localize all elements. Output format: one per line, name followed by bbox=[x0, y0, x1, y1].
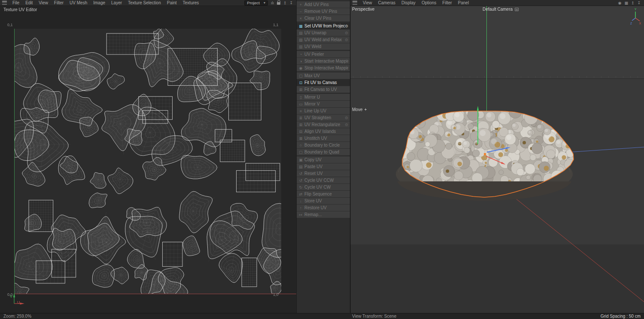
menu-item-texture-selection[interactable]: Texture Selection bbox=[125, 0, 164, 6]
reset-uv-icon: ↺ bbox=[298, 172, 303, 176]
menu-item-textures[interactable]: Textures bbox=[180, 0, 202, 6]
uv-command-group: ▯Mirror U▭Mirror V≡Line Up UV≣UV Straigh… bbox=[297, 94, 350, 155]
viewport-toolbar: ◉▦↥↧ bbox=[618, 0, 644, 6]
cmd-copy-uv[interactable]: ▣Copy UV bbox=[297, 156, 350, 163]
layout-icon[interactable]: ▦ bbox=[624, 0, 628, 6]
viewport-menu-item-panel[interactable]: Panel bbox=[455, 0, 472, 6]
cmd-cycle-uv-ccw[interactable]: ↺Cycle UV CCW bbox=[297, 177, 350, 184]
cmd-paste-uv[interactable]: ▤Paste UV bbox=[297, 163, 350, 170]
viewport-canvas[interactable] bbox=[350, 6, 644, 313]
cmd-uv-peeler[interactable]: ◔UV Peeler bbox=[297, 51, 350, 57]
uv-weld-and-relax-settings-gear-icon[interactable]: ⚙ bbox=[345, 38, 348, 42]
panel-popin-icon[interactable]: ↧ bbox=[289, 0, 293, 6]
command-label: Line Up UV bbox=[304, 108, 348, 113]
command-label: Copy UV bbox=[304, 157, 348, 162]
cmd-start-interactive-mapping[interactable]: ◑Start Interactive Mapping bbox=[297, 58, 350, 64]
cmd-uv-weld[interactable]: ▥UV Weld bbox=[297, 43, 350, 50]
command-label: Stop Interactive Mapping bbox=[304, 66, 348, 70]
axis-orientation-gizmo[interactable]: Y X Z bbox=[629, 6, 642, 25]
menu-item-filter[interactable]: Filter bbox=[51, 0, 67, 6]
menu-item-uv-mesh[interactable]: UV Mesh bbox=[67, 0, 90, 6]
viewport-menu-item-filter[interactable]: Filter bbox=[439, 0, 455, 6]
store-uv-icon: ↓ bbox=[298, 199, 303, 203]
menu-item-view[interactable]: View bbox=[36, 0, 51, 6]
uv-command-group: ▢Max UV⊡Fit UV to Canvas⊞Fit Canvas to U… bbox=[297, 72, 350, 93]
cmd-flip-sequence[interactable]: ⇄Flip Sequence bbox=[297, 191, 350, 197]
render-view-icon[interactable]: ◉ bbox=[618, 0, 622, 6]
chart-icon[interactable]: ılı bbox=[271, 0, 274, 6]
menu-item-image[interactable]: Image bbox=[90, 0, 108, 6]
command-label: UV Weld bbox=[304, 44, 348, 49]
menu-item-file[interactable]: File bbox=[9, 0, 22, 6]
uv-straighten-icon: ≣ bbox=[298, 116, 303, 120]
tool-name: Move bbox=[352, 107, 362, 112]
menu-item-paint[interactable]: Paint bbox=[164, 0, 180, 6]
cmd-uv-unwrap[interactable]: ▤UV Unwrap⚙ bbox=[297, 30, 350, 36]
project-dropdown[interactable]: Project ▾ bbox=[244, 0, 268, 6]
uv-unwrap-settings-gear-icon[interactable]: ⚙ bbox=[345, 31, 348, 35]
panel-popout-icon[interactable]: ↥ bbox=[283, 0, 287, 6]
panel-popin-icon[interactable]: ↧ bbox=[637, 0, 641, 6]
hamburger-icon[interactable] bbox=[2, 1, 7, 5]
set-uvw-from-projection-settings-gear-icon[interactable]: ⚙ bbox=[345, 24, 348, 28]
cmd-boundary-to-circle[interactable]: ○Boundary to Circle bbox=[297, 142, 350, 148]
cmd-clear-uv-pins[interactable]: ×Clear UV Pins bbox=[297, 15, 350, 21]
cmd-align-uv-islands[interactable]: ⊟Align UV Islands bbox=[297, 128, 350, 135]
cmd-uv-straighten[interactable]: ≣UV Straighten⚙ bbox=[297, 114, 350, 121]
cmd-uv-weld-and-relax[interactable]: ▧UV Weld and Relax⚙ bbox=[297, 36, 350, 43]
cmd-line-up-uv[interactable]: ≡Line Up UV bbox=[297, 108, 350, 114]
cmd-fit-canvas-to-uv[interactable]: ⊞Fit Canvas to UV bbox=[297, 86, 350, 93]
remap-icon: ↦ bbox=[298, 213, 303, 217]
cmd-cycle-uv-cw[interactable]: ↻Cycle UV CW bbox=[297, 184, 350, 190]
hamburger-icon[interactable] bbox=[352, 1, 357, 5]
cmd-remap[interactable]: ↦Remap... bbox=[297, 211, 350, 218]
set-uvw-from-projection-icon: ▦ bbox=[298, 24, 303, 28]
viewport-menu-item-options[interactable]: Options bbox=[419, 0, 439, 6]
cmd-mirror-u[interactable]: ▯Mirror U bbox=[297, 94, 350, 100]
chevron-down-icon: ▾ bbox=[264, 1, 265, 5]
cmd-remove-uv-pins[interactable]: −Remove UV Pins bbox=[297, 8, 350, 15]
camera-menu-icon[interactable] bbox=[515, 8, 519, 11]
viewport-menu-item-display[interactable]: Display bbox=[398, 0, 419, 6]
fit-uv-to-canvas-icon: ⊡ bbox=[298, 81, 303, 85]
cmd-store-uv[interactable]: ↓Store UV bbox=[297, 198, 350, 204]
fit-canvas-to-uv-icon: ⊞ bbox=[298, 87, 303, 92]
cmd-boundary-to-quad[interactable]: ▢Boundary to Quad bbox=[297, 149, 350, 155]
menu-item-edit[interactable]: Edit bbox=[22, 0, 36, 6]
zoom-status: Zoom: 259.0% bbox=[3, 313, 31, 319]
uv-command-panel: +Add UV Pins−Remove UV Pins×Clear UV Pin… bbox=[296, 0, 350, 313]
cycle-uv-cw-icon: ↻ bbox=[298, 185, 303, 190]
panel-popout-icon[interactable]: ↥ bbox=[631, 0, 635, 6]
cmd-uv-rectangularize[interactable]: ⊞UV Rectangularize⚙ bbox=[297, 121, 350, 128]
cmd-max-uv[interactable]: ▢Max UV bbox=[297, 72, 350, 79]
uv-straighten-settings-gear-icon[interactable]: ⚙ bbox=[345, 116, 348, 120]
command-label: Flip Sequence bbox=[304, 192, 348, 196]
default-camera-label[interactable]: Default Camera bbox=[483, 7, 519, 12]
cmd-unstitch-uv[interactable]: ⊠Unstitch UV bbox=[297, 135, 350, 141]
command-label: Fit Canvas to UV bbox=[304, 87, 348, 92]
cmd-add-uv-pins[interactable]: +Add UV Pins bbox=[297, 1, 350, 8]
cmd-reset-uv[interactable]: ↺Reset UV bbox=[297, 170, 350, 177]
command-label: UV Straighten bbox=[304, 115, 345, 120]
boundary-to-quad-icon: ▢ bbox=[298, 150, 303, 154]
align-uv-islands-icon: ⊟ bbox=[298, 129, 303, 134]
paste-uv-icon: ▤ bbox=[298, 165, 303, 169]
uv-rectangularize-settings-gear-icon[interactable]: ⚙ bbox=[345, 123, 348, 127]
uv-editor-menubar: FileEditViewFilterUV MeshImageLayerTextu… bbox=[0, 0, 296, 6]
viewport-menu-item-cameras[interactable]: Cameras bbox=[375, 0, 399, 6]
lock-icon[interactable] bbox=[277, 2, 280, 5]
cmd-set-uvw-from-projection[interactable]: ▦Set UVW from Projection⚙ bbox=[297, 23, 350, 29]
cmd-mirror-v[interactable]: ▭Mirror V bbox=[297, 101, 350, 107]
uv-command-group: ▣Copy UV▤Paste UV↺Reset UV↺Cycle UV CCW↻… bbox=[297, 156, 350, 218]
command-label: Start Interactive Mapping bbox=[304, 59, 348, 63]
cmd-fit-uv-to-canvas[interactable]: ⊡Fit UV to Canvas bbox=[297, 79, 350, 86]
cmd-stop-interactive-mapping[interactable]: ◉Stop Interactive Mapping bbox=[297, 65, 350, 71]
viewport-menu-item-view[interactable]: View bbox=[360, 0, 375, 6]
cmd-restore-uv[interactable]: ↑Restore UV bbox=[297, 205, 350, 211]
uv-editor-menu: FileEditViewFilterUV MeshImageLayerTextu… bbox=[9, 0, 202, 6]
mirror-v-icon: ▭ bbox=[298, 102, 303, 106]
uv-canvas[interactable] bbox=[0, 6, 296, 313]
gizmo-z-label: Z bbox=[630, 22, 632, 25]
perspective-view-label[interactable]: Perspective bbox=[352, 7, 374, 12]
menu-item-layer[interactable]: Layer bbox=[108, 0, 125, 6]
